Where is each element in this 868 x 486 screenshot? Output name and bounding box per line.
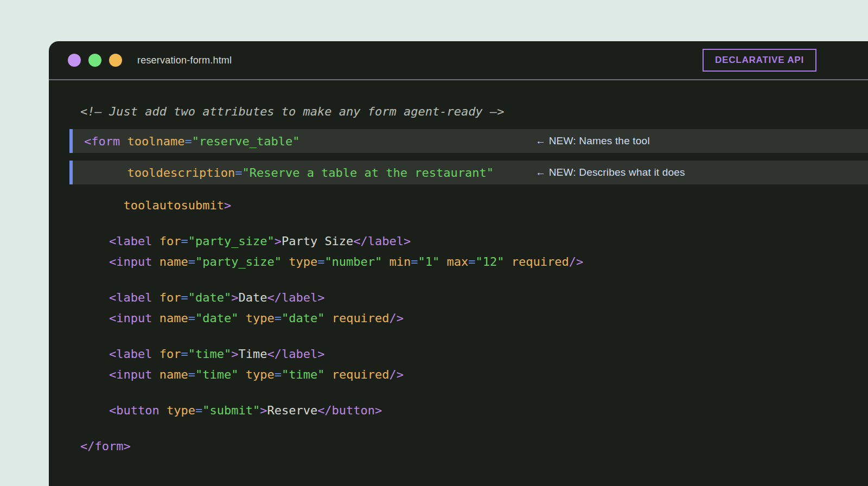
code-token	[505, 255, 512, 268]
code-token: Party Size	[282, 234, 353, 248]
code-token: "12"	[476, 255, 505, 268]
code-token: "submit"	[202, 404, 260, 417]
code-token: for	[159, 234, 181, 248]
traffic-light-green[interactable]	[88, 54, 101, 67]
code-token: required	[332, 311, 390, 325]
code-token: =	[235, 166, 242, 180]
code-token: name	[159, 368, 188, 381]
code-token: >	[224, 199, 231, 212]
code-token: <button	[109, 404, 167, 417]
code-editor-window: reservation-form.html DECLARATIVE API <!…	[49, 41, 868, 486]
code-token: name	[159, 311, 188, 325]
code-token: />	[569, 255, 584, 268]
code-token: "date"	[282, 311, 324, 325]
code-token: type	[246, 368, 275, 381]
code-line: </form>	[49, 436, 868, 456]
code-token: =	[184, 135, 192, 148]
code-token: "number"	[324, 255, 382, 268]
code-token	[80, 255, 109, 268]
code-content: <!— Just add two attributes to make any …	[49, 80, 868, 456]
code-token: "date"	[188, 291, 231, 304]
code-token: <input	[109, 368, 159, 381]
code-token	[80, 234, 109, 248]
highlighted-code-line: <form toolname="reserve_table"← NEW: Nam…	[69, 129, 868, 153]
code-token: />	[390, 368, 404, 381]
code-token: type	[246, 311, 275, 325]
code-line: toolautosubmit>	[49, 195, 868, 215]
code-token: =	[195, 404, 202, 417]
code-token: Reserve	[267, 404, 317, 417]
traffic-light-orange[interactable]	[109, 54, 122, 67]
code-token: <label	[109, 234, 159, 248]
code-token	[382, 255, 389, 268]
code-token	[282, 255, 289, 268]
code-token: <label	[109, 291, 159, 304]
code-token: "time"	[282, 368, 324, 381]
code-token: =	[181, 347, 188, 361]
code-token: "date"	[195, 311, 238, 325]
code-token: </label>	[353, 234, 411, 248]
code-token: =	[468, 255, 475, 268]
code-token: type	[167, 404, 195, 417]
code-line: <input name="party_size" type="number" m…	[49, 251, 868, 272]
code-token	[80, 311, 109, 325]
code-token: =	[188, 255, 195, 268]
blank-line	[49, 215, 868, 231]
code-token: Time	[238, 347, 267, 361]
annotation-callout: ← NEW: Describes what it does	[535, 161, 685, 184]
code-token: max	[447, 255, 469, 268]
code-token: <form	[84, 135, 127, 148]
code-token: =	[275, 368, 282, 381]
code-token: "reserve_table"	[192, 135, 300, 148]
code-token: =	[181, 291, 188, 304]
code-token: "time"	[188, 347, 231, 361]
code-token: >	[275, 234, 282, 248]
code-token: =	[317, 255, 324, 268]
code-line: <input name="time" type="time" required/…	[49, 364, 868, 385]
code-token: </form>	[80, 439, 131, 453]
code-token: "Reserve a table at the restaurant"	[242, 166, 494, 180]
code-token: =	[188, 368, 195, 381]
code-token: </label>	[267, 347, 324, 361]
code-token: required	[512, 255, 569, 268]
window-titlebar: reservation-form.html DECLARATIVE API	[49, 41, 868, 80]
code-token	[80, 199, 123, 212]
code-token: "party_size"	[188, 234, 275, 248]
code-token	[324, 311, 331, 325]
code-token	[238, 368, 245, 381]
declarative-api-badge: DECLARATIVE API	[703, 49, 816, 72]
code-token: >	[231, 291, 238, 304]
code-line: <label for="party_size">Party Size</labe…	[49, 231, 868, 251]
code-token: name	[159, 255, 188, 268]
window-controls	[68, 54, 122, 67]
code-token: "time"	[195, 368, 238, 381]
code-token: />	[390, 311, 404, 325]
code-token: =	[411, 255, 418, 268]
traffic-light-purple[interactable]	[68, 54, 81, 67]
code-token: tooldescription	[127, 166, 235, 180]
code-token: for	[159, 291, 181, 304]
annotation-callout: ← NEW: Names the tool	[535, 129, 650, 153]
filename-title: reservation-form.html	[137, 55, 232, 66]
code-token: "1"	[418, 255, 440, 268]
code-token: >	[231, 347, 238, 361]
code-token: >	[260, 404, 267, 417]
code-line: <input name="date" type="date" required/…	[49, 308, 868, 328]
code-token	[439, 255, 446, 268]
code-token	[324, 368, 331, 381]
highlighted-code-line: tooldescription="Reserve a table at the …	[69, 161, 868, 184]
code-token: type	[289, 255, 317, 268]
code-token	[238, 311, 245, 325]
code-token	[80, 291, 109, 304]
code-line: <!— Just add two attributes to make any …	[49, 101, 868, 122]
code-line: <label for="date">Date</label>	[49, 287, 868, 308]
code-token: Date	[238, 291, 267, 304]
blank-line	[49, 385, 868, 400]
code-token: <input	[109, 255, 159, 268]
code-token: toolname	[127, 135, 184, 148]
code-token: =	[181, 234, 188, 248]
blank-line	[49, 328, 868, 343]
code-token: required	[332, 368, 390, 381]
code-token	[80, 347, 109, 361]
code-token	[80, 368, 109, 381]
